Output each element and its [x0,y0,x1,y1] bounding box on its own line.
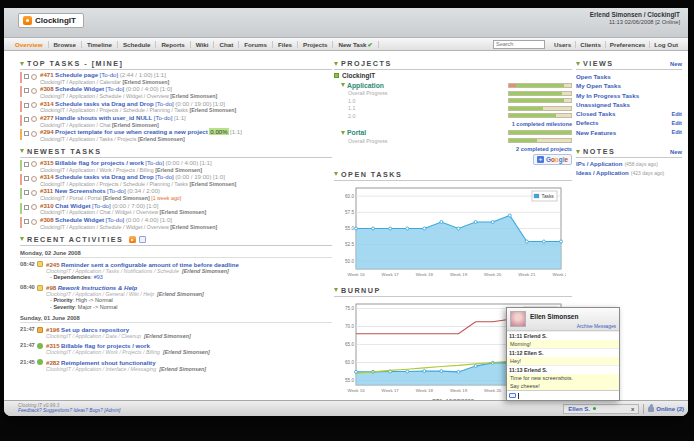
tab-chat[interactable]: Chat [214,41,239,48]
nav-link-preferences[interactable]: Preferences [606,41,650,48]
task-checkbox[interactable] [24,88,29,93]
task-link[interactable]: Schedule tasks via Drag and Drop [55,100,154,107]
tab-new-task[interactable]: New Task✔ [333,41,378,48]
tab-projects[interactable]: Projects [298,41,333,48]
task-status-icon[interactable] [31,131,37,137]
collapse-arrow-icon[interactable] [334,172,338,176]
online-users-button[interactable]: Online (2) [648,406,684,412]
task-status-icon[interactable] [31,116,37,122]
activity-body: #98Rework Instructions & HelpClockingIT … [46,284,204,311]
collapse-arrow-icon[interactable] [341,83,345,87]
task-checkbox[interactable] [24,190,29,195]
view-edit-link[interactable]: Edit [671,110,682,118]
task-link[interactable]: Project template for use when creating a… [55,128,208,135]
nav-link-users[interactable]: Users [550,41,576,48]
task-checkbox[interactable] [24,162,29,167]
view-link-open-tasks[interactable]: Open Tasks [576,72,611,81]
tab-reports[interactable]: Reports [156,41,190,48]
feedback-links[interactable]: Feedback? Suggestions? Ideas? Bugs? [Adm… [18,408,120,414]
view-link-my-open-tasks[interactable]: My Open Tasks [576,81,621,90]
collapse-arrow-icon[interactable] [576,150,580,154]
collapse-arrow-icon[interactable] [334,288,338,292]
close-chat-icon[interactable]: x [631,406,634,412]
views-new-link[interactable]: New [670,61,682,67]
task-status-icon[interactable] [31,102,37,108]
project-group-link[interactable]: Portal [347,129,366,136]
app-logo[interactable]: ClockingIT [18,13,84,28]
collapse-arrow-icon[interactable] [20,62,24,66]
task-status-icon[interactable] [31,176,37,182]
task-status-icon[interactable] [31,190,37,196]
task-link[interactable]: Schedule Widget [55,85,104,92]
note-link[interactable]: IPs / Application [576,161,622,167]
task-checkbox[interactable] [24,219,29,224]
task-checkbox[interactable] [24,176,29,181]
task-link[interactable]: Schedule Widget [55,216,104,223]
tab-wiki[interactable]: Wiki [191,41,215,48]
nav-link-log-out[interactable]: Log Out [650,41,682,48]
task-checkbox[interactable] [24,103,29,108]
ical-feed-icon[interactable] [139,236,146,243]
completed-projects-link[interactable]: 2 completed projects [516,146,572,152]
chat-tab-ellen[interactable]: Ellen S. x [563,404,639,414]
chat-message-msg: Hey! [507,357,619,365]
tab-timeline[interactable]: Timeline [82,41,118,48]
detail-value[interactable]: #93 [94,274,103,280]
activity-task-link[interactable]: Rework Instructions & Help [58,284,138,291]
rss-icon[interactable] [129,236,136,243]
view-link-my-in-progress-tasks[interactable]: My In Progress Tasks [576,91,639,100]
view-link-closed-tasks[interactable]: Closed Tasks [576,109,615,118]
task-link[interactable]: New Screenshots [55,187,106,194]
activity-task-link[interactable]: Billable flag for projects / work [61,342,150,349]
progress-bar [508,98,572,103]
collapse-arrow-icon[interactable] [576,62,580,66]
tab-files[interactable]: Files [273,41,298,48]
task-link[interactable]: Schedule page [55,71,98,78]
task-ratio: [1:0] [147,202,159,209]
task-status-icon[interactable] [31,204,37,210]
view-link-unassigned-tasks[interactable]: Unassigned Tasks [576,100,630,109]
task-link[interactable]: Handle shouts with user_id NULL [55,114,152,121]
task-link[interactable]: Billable flag for projects / work [55,159,144,166]
task-link[interactable]: Chat Widget [55,202,91,209]
task-status-icon[interactable] [31,161,37,167]
nav-link-clients[interactable]: Clients [576,41,606,48]
task-status-icon[interactable] [31,74,37,80]
task-checkbox[interactable] [24,131,29,136]
chat-input[interactable] [507,390,619,400]
search-input[interactable] [493,40,545,49]
task-status-badge: [To-do] [155,173,174,180]
task-checkbox[interactable] [24,117,29,122]
collapse-arrow-icon[interactable] [341,131,345,135]
tab-schedule[interactable]: Schedule [118,41,157,48]
collapse-arrow-icon[interactable] [334,62,338,66]
note-link[interactable]: Ideas / Application [576,170,629,176]
task-status-icon[interactable] [31,219,37,225]
bar-segment-green [516,84,563,87]
task-status-icon[interactable] [31,88,37,94]
project-group-link[interactable]: Application [347,82,384,89]
archive-messages-link[interactable]: Archive Messages [577,324,616,329]
milestone-row: 1.0 [348,98,572,104]
tab-overview[interactable]: Overview [10,41,49,48]
add-to-google-button[interactable]: + Google [533,154,572,165]
task-link[interactable]: Schedule tasks via Drag and Drop [55,173,154,180]
activity-task-link[interactable]: Reimplement shout functionality [61,359,155,366]
task-ratio: [1:1] [154,71,166,78]
task-checkbox[interactable] [24,74,29,79]
activity-task-link[interactable]: Reminder sent a configurable amount of t… [61,261,239,268]
view-link-defects[interactable]: Defects [576,118,598,127]
priority-strip [20,160,22,171]
notes-new-link[interactable]: New [670,149,682,155]
activity-task-link[interactable]: Set up darcs repository [61,326,129,333]
completed-milestone-link[interactable]: 1 completed milestone [512,121,572,127]
section-notes: NOTES New IPs / Application(458 days ago… [576,145,682,178]
view-edit-link[interactable]: Edit [671,128,682,136]
tab-browse[interactable]: Browse [49,41,82,48]
view-edit-link[interactable]: Edit [671,119,682,127]
tab-forums[interactable]: Forums [239,41,273,48]
collapse-arrow-icon[interactable] [20,237,24,241]
view-link-new-features[interactable]: New Features [576,128,616,137]
collapse-arrow-icon[interactable] [20,149,24,153]
task-checkbox[interactable] [24,205,29,210]
